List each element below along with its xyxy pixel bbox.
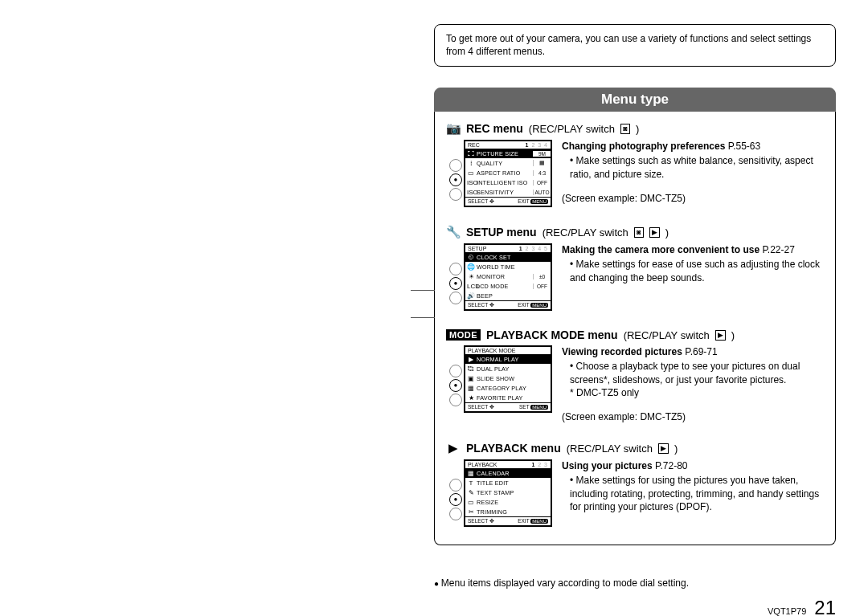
- menu-body: 📷REC menu (REC/PLAY switch ◙ )●REC1 2 3 …: [434, 112, 836, 545]
- section-subtitle: (REC/PLAY switch: [624, 329, 710, 341]
- camera-icon: ◙: [620, 124, 630, 134]
- desc-footnote: * DMC-TZ5 only: [570, 386, 824, 399]
- doc-id: VQT1P79: [768, 606, 806, 616]
- section-subtitle: (REC/PLAY switch: [542, 226, 628, 239]
- screen-exit-hint: EXIT MENU: [518, 302, 548, 308]
- row-icon: ★: [467, 394, 475, 402]
- screen-page-indicator: 1 2 3: [531, 462, 548, 467]
- row-label: TITLE EDIT: [477, 479, 531, 487]
- screen-menu-row: 🔊BEEP: [465, 291, 551, 300]
- screen-example-note: (Screen example: DMC-TZ5): [562, 410, 824, 423]
- screen-menu-row: ⏲CLOCK SET: [465, 252, 551, 262]
- mode-badge: MODE: [446, 329, 481, 341]
- section-content: ●PLAYBACK1 2 3▦CALENDARTTITLE EDIT✎TEXT …: [464, 459, 824, 527]
- lcd-screenshot: PLAYBACK MODE▶NORMAL PLAY⿻DUAL PLAY▣SLID…: [464, 345, 552, 413]
- screen-exit-hint: EXIT MENU: [518, 198, 548, 205]
- screen-menu-row: ★FAVORITE PLAY: [465, 393, 551, 402]
- row-label: FAVORITE PLAY: [477, 394, 531, 402]
- row-icon: ▦: [467, 385, 475, 392]
- section-content: ●PLAYBACK MODE▶NORMAL PLAY⿻DUAL PLAY▣SLI…: [464, 345, 824, 423]
- menu-button-icon: MENU: [530, 199, 548, 204]
- row-label: TRIMMING: [477, 508, 531, 516]
- lcd-screenshot: PLAYBACK1 2 3▦CALENDARTTITLE EDIT✎TEXT S…: [464, 459, 552, 527]
- menu-section: MODEPLAYBACK MODE menu (REC/PLAY switch …: [446, 328, 824, 423]
- row-icon: 🌐: [467, 263, 475, 271]
- screen-wrapper: ●SETUP1 2 3 4 5⏲CLOCK SET🌐WORLD TIME☀MON…: [464, 243, 552, 311]
- menu-button-icon: MENU: [530, 405, 548, 410]
- play-icon: ▶: [446, 441, 461, 455]
- section-title-row: ▶PLAYBACK menu (REC/PLAY switch ▶ ): [446, 441, 824, 455]
- row-label: CATEGORY PLAY: [477, 385, 531, 392]
- row-value: 4:3: [533, 170, 551, 176]
- row-icon: ⿻: [467, 365, 475, 373]
- page-footer: VQT1P79 21: [768, 597, 836, 616]
- row-label: TEXT STAMP: [477, 489, 531, 496]
- screen-menu-row: ▦CALENDAR: [465, 468, 551, 478]
- screen-menu-row: ✎TEXT STAMP: [465, 487, 551, 497]
- screen-page-indicator: 1 2 3 4 5: [519, 246, 548, 251]
- wrench-icon: 🔧: [446, 225, 461, 239]
- screen-wrapper: ●PLAYBACK MODE▶NORMAL PLAY⿻DUAL PLAY▣SLI…: [464, 345, 552, 413]
- row-icon: ✎: [467, 489, 475, 496]
- screen-wrapper: ●REC1 2 3 4⛶PICTURE SIZE9M⁞QUALITY▦▭ASPE…: [464, 140, 552, 207]
- desc-page-ref: P.55-63: [728, 141, 760, 152]
- row-icon: ▭: [467, 169, 475, 177]
- screen-select-hint: SELECT ✥: [468, 518, 494, 524]
- section-desc: Making the camera more convenient to use…: [562, 243, 824, 284]
- screen-menu-row: ▣SLIDE SHOW: [465, 373, 551, 383]
- screen-menu-row: ▭RESIZE: [465, 497, 551, 507]
- screen-menu-row: ✂TRIMMING: [465, 507, 551, 516]
- desc-title: Making the camera more convenient to use: [562, 244, 762, 255]
- play-icon: ▶: [715, 330, 726, 341]
- footnote-text: Menu items displayed vary according to m…: [441, 577, 689, 589]
- screen-menu-row: ▭ASPECT RATIO4:3: [465, 168, 551, 177]
- row-icon: ⛶: [467, 150, 475, 157]
- row-label: SLIDE SHOW: [477, 375, 531, 382]
- screen-exit-hint: SET MENU: [519, 404, 548, 410]
- play-icon: ▶: [658, 443, 669, 454]
- menu-section: ▶PLAYBACK menu (REC/PLAY switch ▶ )●PLAY…: [446, 441, 824, 527]
- desc-bullet: Choose a playback type to see your pictu…: [570, 360, 824, 386]
- paren-close: ): [665, 226, 669, 239]
- row-label: CLOCK SET: [477, 254, 531, 261]
- section-desc: Changing photography preferences P.55-63…: [562, 140, 824, 205]
- section-content: ●SETUP1 2 3 4 5⏲CLOCK SET🌐WORLD TIME☀MON…: [464, 243, 824, 311]
- intro-text: To get more out of your camera, you can …: [446, 33, 811, 57]
- lcd-screenshot: REC1 2 3 4⛶PICTURE SIZE9M⁞QUALITY▦▭ASPEC…: [464, 140, 552, 207]
- row-label: ASPECT RATIO: [477, 169, 531, 177]
- row-icon: ✂: [467, 508, 475, 516]
- screen-menu-row: ISOINTELLIGENT ISOOFF: [465, 177, 551, 187]
- row-icon: ▦: [467, 470, 475, 477]
- connector-lines: [411, 290, 435, 322]
- row-icon: ⁞: [467, 160, 475, 167]
- screen-menu-row: LCDLCD MODEOFF: [465, 281, 551, 291]
- row-icon: ☀: [467, 273, 475, 280]
- screen-top-label: PLAYBACK MODE: [468, 348, 515, 353]
- paren-close: ): [674, 443, 678, 455]
- section-desc: Using your pictures P.72-80Make settings…: [562, 459, 824, 513]
- row-icon: ISO: [467, 179, 475, 186]
- paren-close: ): [731, 329, 735, 341]
- section-title: PLAYBACK MODE menu: [486, 328, 618, 341]
- page-container: To get more out of your camera, you can …: [434, 24, 836, 589]
- screen-menu-row: ⁞QUALITY▦: [465, 158, 551, 168]
- play-icon: ▶: [649, 227, 660, 238]
- section-title-row: 📷REC menu (REC/PLAY switch ◙ ): [446, 121, 824, 136]
- row-icon: ⏲: [467, 254, 475, 261]
- screen-menu-row: ISOSENSITIVITYAUTO: [465, 187, 551, 197]
- section-title: PLAYBACK menu: [466, 442, 561, 455]
- desc-title: Using your pictures: [562, 460, 655, 471]
- row-icon: T: [467, 479, 475, 487]
- camera-icon: ◙: [634, 227, 644, 238]
- page-number: 21: [814, 597, 836, 616]
- row-icon: ▣: [467, 375, 475, 382]
- section-subtitle: (REC/PLAY switch: [529, 123, 615, 135]
- row-value: ▦: [533, 160, 551, 166]
- row-label: QUALITY: [477, 160, 531, 167]
- paren-close: ): [636, 123, 639, 135]
- desc-bullet: Make settings such as white balance, sen…: [570, 154, 824, 180]
- row-label: WORLD TIME: [477, 263, 531, 271]
- screen-page-indicator: 1 2 3 4: [526, 142, 548, 148]
- section-content: ●REC1 2 3 4⛶PICTURE SIZE9M⁞QUALITY▦▭ASPE…: [464, 140, 824, 207]
- desc-bullet: Make settings for ease of use such as ad…: [570, 258, 824, 284]
